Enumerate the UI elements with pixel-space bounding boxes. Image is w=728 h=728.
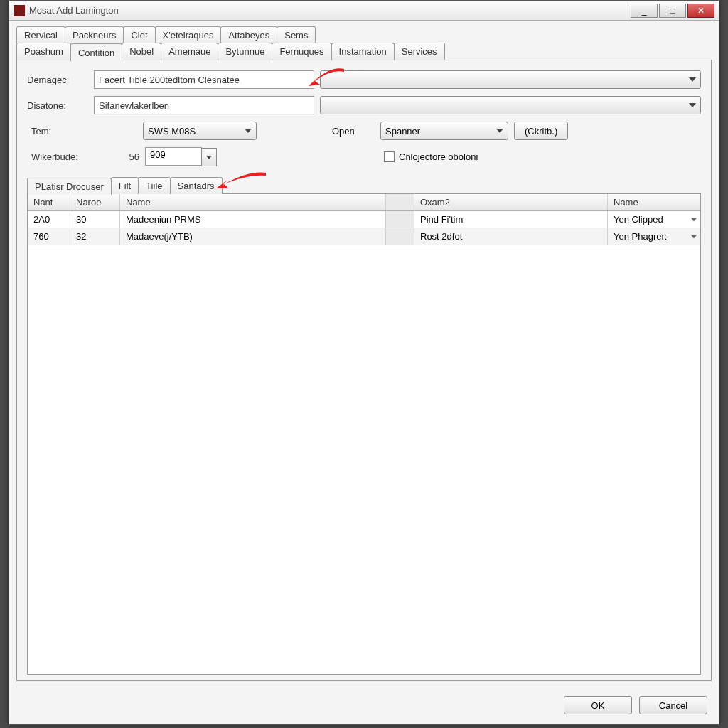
tab-content: Demagec: Disatone: Tem: SWS M08S (16, 60, 712, 681)
cell-name2-value: Yen Phagrer: (614, 231, 667, 242)
tab-xeteiraques[interactable]: X'eteiraques (155, 26, 222, 43)
chevron-down-icon (496, 129, 503, 133)
demagec-input[interactable] (94, 70, 314, 89)
cell-name2[interactable]: Yen Clipped (608, 211, 700, 228)
tem-combo[interactable]: SWS M08S (143, 122, 257, 140)
cell-spacer (386, 211, 414, 228)
disatone-input[interactable] (94, 96, 314, 114)
disatone-label: Disatone: (27, 100, 88, 111)
col-name2[interactable]: Name (608, 194, 700, 210)
chevron-down-icon (691, 218, 697, 221)
ok-button[interactable]: OK (564, 696, 632, 714)
subtab-santadrs[interactable]: Santadrs (170, 177, 223, 194)
maximize-button[interactable]: □ (659, 4, 686, 18)
checkbox-label: Cnlojectore oboloni (399, 151, 478, 162)
wikerbude-num: 56 (118, 151, 139, 162)
grid-body[interactable]: 2A0 30 Madeeniun PRMS Pind Fi'tim Yen Cl… (28, 211, 700, 674)
tab-services[interactable]: Services (394, 43, 445, 60)
cell-nant: 2A0 (28, 211, 70, 228)
cnlojectore-checkbox[interactable]: Cnlojectore oboloni (384, 151, 478, 162)
open-value: Spanner (385, 126, 420, 136)
chevron-down-icon (691, 235, 697, 238)
cell-spacer (386, 228, 414, 245)
app-icon (14, 5, 25, 16)
tab-rervical[interactable]: Rervical (16, 26, 65, 43)
tab-bytunnue[interactable]: Bytunnue (218, 43, 272, 60)
cell-naroe: 30 (70, 211, 120, 228)
open-label: Open (332, 126, 375, 136)
dialog-footer: OK Cancel (16, 687, 712, 724)
tab-amemaue[interactable]: Amemaue (161, 43, 218, 60)
tab-sems[interactable]: Sems (277, 26, 316, 43)
col-nant[interactable]: Nant (28, 194, 70, 210)
ckritb-label: (Ckritb.) (525, 126, 557, 136)
tabstrip-row1: Rervical Packneurs Clet X'eteiraques Att… (16, 26, 712, 43)
tab-poashum[interactable]: Poashum (16, 43, 71, 60)
spinner-button[interactable] (201, 148, 217, 166)
col-name[interactable]: Name (120, 194, 386, 210)
grid: Nant Naroe Name Oxam2 Name 2A0 30 Madeen… (27, 193, 701, 675)
cell-nant: 760 (28, 228, 70, 245)
ckritb-button[interactable]: (Ckritb.) (514, 122, 568, 140)
wikerbude-label: Wikerbude: (27, 151, 112, 162)
table-row[interactable]: 760 32 Madaeve(j/YTB) Rost 2dfot Yen Pha… (28, 228, 700, 245)
window-title: Mosat Add Lamington (29, 5, 119, 16)
titlebar: Mosat Add Lamington _ □ ✕ (9, 1, 719, 21)
cancel-label: Cancel (659, 700, 687, 711)
table-row[interactable]: 2A0 30 Madeeniun PRMS Pind Fi'tim Yen Cl… (28, 211, 700, 228)
cell-name: Madaeve(j/YTB) (120, 228, 386, 245)
cell-name: Madeeniun PRMS (120, 211, 386, 228)
cell-name2[interactable]: Yen Phagrer: (608, 228, 700, 245)
cell-oxam2: Rost 2dfot (414, 228, 608, 245)
tab-clet[interactable]: Clet (123, 26, 155, 43)
demagec-label: Demagec: (27, 75, 88, 85)
subtab-filt[interactable]: Filt (111, 177, 139, 194)
chevron-down-icon (689, 103, 696, 107)
wikerbude-spin-value: 909 (150, 149, 166, 160)
close-button[interactable]: ✕ (687, 4, 714, 18)
demagec-combo[interactable] (320, 70, 701, 89)
tem-label: Tem: (27, 126, 137, 136)
chevron-down-icon (206, 156, 212, 159)
cell-oxam2: Pind Fi'tim (414, 211, 608, 228)
tab-attabeyes[interactable]: Attabeyes (220, 26, 277, 43)
cell-naroe: 32 (70, 228, 120, 245)
tab-nobel[interactable]: Nobel (122, 43, 161, 60)
grid-header: Nant Naroe Name Oxam2 Name (28, 194, 700, 211)
open-combo[interactable]: Spanner (380, 122, 508, 140)
tab-instamation[interactable]: Instamation (331, 43, 395, 60)
checkbox-box (384, 151, 395, 162)
col-spacer (386, 194, 414, 210)
col-oxam2[interactable]: Oxam2 (414, 194, 608, 210)
tab-contition[interactable]: Contition (70, 43, 122, 61)
tab-packneurs[interactable]: Packneurs (65, 26, 124, 43)
cancel-button[interactable]: Cancel (639, 696, 707, 714)
chevron-down-icon (245, 129, 252, 133)
ok-label: OK (592, 700, 605, 711)
wikerbude-spinner[interactable]: 909 (145, 147, 202, 166)
subtabs: PLatisr Drocuser Filt Tiile Santadrs (27, 177, 701, 194)
disatone-combo[interactable] (320, 96, 701, 114)
tabstrip-row2: Poashum Contition Nobel Amemaue Bytunnue… (16, 43, 712, 60)
subtab-tiile[interactable]: Tiile (138, 177, 170, 194)
minimize-button[interactable]: _ (631, 4, 658, 18)
col-naroe[interactable]: Naroe (70, 194, 120, 210)
chevron-down-icon (689, 77, 696, 82)
subtab-platisr-drocuser[interactable]: PLatisr Drocuser (27, 178, 112, 195)
tem-value: SWS M08S (148, 126, 196, 136)
tab-fernuques[interactable]: Fernuques (272, 43, 331, 60)
cell-name2-value: Yen Clipped (614, 214, 663, 225)
dialog-body: Rervical Packneurs Clet X'eteiraques Att… (9, 21, 719, 724)
dialog-window: Mosat Add Lamington _ □ ✕ Rervical Packn… (9, 0, 719, 725)
